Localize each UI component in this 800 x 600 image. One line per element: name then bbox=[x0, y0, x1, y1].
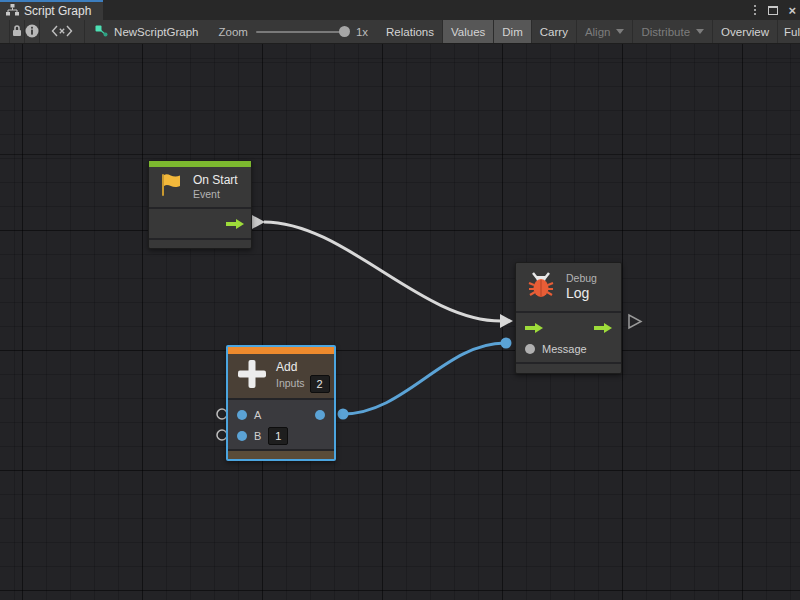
node-subtitle: Inputs bbox=[276, 377, 305, 390]
flow-input-arrow-icon[interactable] bbox=[525, 323, 543, 333]
overview-button[interactable]: Overview bbox=[713, 20, 778, 43]
code-view-button[interactable] bbox=[40, 20, 86, 43]
full-screen-button[interactable]: Full Screen bbox=[778, 20, 800, 43]
node-subtitle: Event bbox=[193, 188, 238, 201]
node-color-bar bbox=[228, 347, 334, 354]
wire-layer bbox=[0, 44, 800, 600]
node-on-start[interactable]: On Start Event bbox=[148, 160, 252, 249]
node-footer bbox=[149, 240, 251, 248]
port-b-label: B bbox=[254, 430, 261, 442]
wire-arrowhead bbox=[500, 314, 513, 328]
graph-canvas[interactable]: On Start Event bbox=[0, 44, 800, 600]
plus-icon bbox=[236, 358, 268, 394]
align-label: Align bbox=[585, 26, 611, 38]
window-controls: × bbox=[752, 0, 796, 20]
info-button[interactable] bbox=[25, 20, 40, 43]
lock-button[interactable] bbox=[10, 20, 25, 43]
node-footer bbox=[228, 449, 334, 459]
tab-bar: Script Graph × bbox=[0, 0, 800, 20]
node-title: Log bbox=[566, 285, 597, 302]
flow-output-arrow-icon[interactable] bbox=[594, 323, 612, 333]
debuglog-output-port-triangle[interactable] bbox=[629, 315, 641, 328]
node-header: Add Inputs 2 bbox=[228, 354, 334, 398]
onstart-output-port-triangle[interactable] bbox=[252, 215, 265, 229]
node-footer bbox=[516, 364, 621, 373]
close-icon[interactable]: × bbox=[788, 4, 796, 17]
node-debug-log[interactable]: Debug Log Message bbox=[515, 262, 622, 374]
zoom-slider[interactable] bbox=[256, 31, 348, 33]
node-title: Add bbox=[276, 360, 330, 375]
zoom-value: 1x bbox=[356, 26, 368, 38]
port-a-label: A bbox=[254, 409, 261, 421]
relations-button[interactable]: Relations bbox=[378, 20, 443, 43]
graph-name-label: NewScriptGraph bbox=[114, 26, 198, 38]
zoom-label: Zoom bbox=[218, 26, 247, 38]
distribute-label: Distribute bbox=[641, 26, 690, 38]
graph-toolbar: NewScriptGraph Zoom 1x Relations Values … bbox=[0, 20, 800, 44]
port-b-value-field[interactable]: 1 bbox=[268, 427, 288, 445]
dim-button[interactable]: Dim bbox=[494, 20, 531, 43]
carry-button[interactable]: Carry bbox=[532, 20, 577, 43]
distribute-dropdown[interactable]: Distribute bbox=[633, 20, 713, 43]
node-header: On Start Event bbox=[149, 167, 251, 207]
bug-icon bbox=[524, 268, 558, 306]
values-button[interactable]: Values bbox=[443, 20, 494, 43]
port-b-dot[interactable] bbox=[237, 431, 247, 441]
node-body: A B 1 bbox=[228, 400, 334, 449]
maximize-icon[interactable] bbox=[768, 6, 778, 15]
node-header: Debug Log bbox=[516, 263, 621, 311]
chevron-down-icon bbox=[616, 29, 624, 34]
node-body bbox=[149, 209, 251, 238]
script-graph-window: Script Graph × bbox=[0, 0, 800, 600]
port-a-dot[interactable] bbox=[237, 410, 247, 420]
lock-icon bbox=[11, 24, 23, 39]
zoom-slider-handle[interactable] bbox=[339, 26, 350, 37]
tab-script-graph[interactable]: Script Graph bbox=[0, 0, 103, 20]
sum-output-port-dot[interactable] bbox=[315, 410, 325, 420]
code-icon bbox=[51, 25, 73, 39]
zoom-control: Zoom 1x bbox=[208, 20, 378, 43]
wire-add-to-message[interactable] bbox=[343, 343, 505, 414]
message-port-dot[interactable] bbox=[525, 344, 535, 354]
wire-onstart-to-debuglog[interactable] bbox=[264, 222, 501, 321]
chevron-down-icon bbox=[696, 29, 704, 34]
inputs-count-field[interactable]: 2 bbox=[310, 375, 330, 393]
flag-icon bbox=[157, 171, 185, 203]
message-input-connection-dot[interactable] bbox=[501, 338, 512, 349]
node-surtitle: Debug bbox=[566, 272, 597, 285]
info-icon bbox=[25, 24, 39, 40]
toolbar-gap bbox=[0, 20, 10, 43]
add-output-connection-dot[interactable] bbox=[338, 409, 349, 420]
flow-output-arrow-icon[interactable] bbox=[226, 219, 244, 229]
message-port-label: Message bbox=[542, 343, 587, 355]
node-add[interactable]: Add Inputs 2 A B 1 bbox=[226, 345, 336, 461]
graph-name-button[interactable]: NewScriptGraph bbox=[85, 20, 208, 43]
hierarchy-icon bbox=[6, 4, 19, 19]
tab-title: Script Graph bbox=[24, 4, 91, 18]
graph-asset-icon bbox=[95, 25, 108, 39]
node-title: On Start bbox=[193, 173, 238, 188]
align-dropdown[interactable]: Align bbox=[577, 20, 634, 43]
kebab-menu-icon[interactable] bbox=[752, 3, 758, 17]
node-body: Message bbox=[516, 313, 621, 362]
